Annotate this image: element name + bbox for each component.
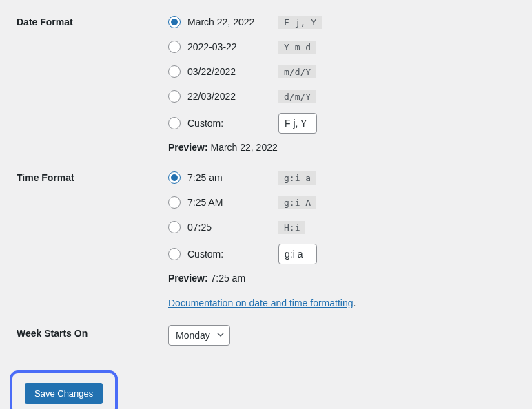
date-option-0: March 22, 2022 F j, Y [168, 14, 518, 30]
time-preview: Preview: 7:25 am [168, 273, 518, 284]
time-radio-label-0: 7:25 am [187, 172, 223, 183]
date-radio-label-3: 22/03/2022 [187, 91, 236, 102]
date-option-2: 03/22/2022 m/d/Y [168, 63, 518, 80]
date-format-field: March 22, 2022 F j, Y 2022-03-22 Y-m-d 0… [168, 14, 518, 153]
time-format-heading: Time Format [17, 169, 168, 183]
date-option-1: 2022-03-22 Y-m-d [168, 39, 518, 55]
time-option-0: 7:25 am g:i a [168, 169, 518, 186]
time-preview-value: 7:25 am [210, 273, 245, 284]
date-option-3: 22/03/2022 d/m/Y [168, 88, 518, 105]
doc-link[interactable]: Documentation on date and time formattin… [168, 297, 354, 308]
time-custom-input[interactable] [278, 244, 317, 264]
date-radio-label-2: 03/22/2022 [187, 66, 236, 77]
date-radio-custom[interactable] [168, 117, 181, 129]
date-custom-label: Custom: [187, 118, 223, 129]
date-option-custom: Custom: [168, 113, 518, 134]
date-radio-label-1: 2022-03-22 [187, 41, 237, 52]
time-radio-label-2: 07:25 [187, 222, 212, 233]
time-format-row: Time Format 7:25 am g:i a 7:25 AM g:i A [17, 169, 518, 308]
date-custom-input[interactable] [278, 113, 317, 134]
week-start-row: Week Starts On Monday [17, 325, 518, 346]
week-start-heading: Week Starts On [17, 325, 168, 339]
date-radio-label-0: March 22, 2022 [187, 17, 254, 28]
date-radio-2[interactable] [168, 65, 181, 78]
time-option-2: 07:25 H:i [168, 219, 518, 235]
time-option-custom: Custom: [168, 244, 518, 264]
time-radio-2[interactable] [168, 221, 181, 233]
date-code-2: m/d/Y [278, 65, 316, 78]
date-radio-3[interactable] [168, 90, 181, 103]
date-radio-0[interactable] [168, 16, 181, 28]
time-option-1: 7:25 AM g:i A [168, 194, 518, 211]
week-start-select[interactable]: Monday [168, 325, 230, 346]
date-preview-label: Preview: [168, 142, 208, 153]
time-radio-1[interactable] [168, 196, 181, 209]
save-button[interactable]: Save Changes [25, 383, 103, 404]
time-radio-custom[interactable] [168, 248, 181, 260]
time-custom-label: Custom: [187, 249, 223, 260]
save-highlight: Save Changes [10, 370, 118, 409]
date-format-heading: Date Format [17, 14, 168, 28]
date-format-row: Date Format March 22, 2022 F j, Y 2022-0… [17, 14, 518, 153]
time-preview-label: Preview: [168, 273, 208, 284]
date-code-3: d/m/Y [278, 90, 316, 103]
time-code-1: g:i A [278, 196, 316, 209]
time-radio-0[interactable] [168, 171, 181, 184]
date-preview: Preview: March 22, 2022 [168, 142, 518, 153]
time-code-0: g:i a [278, 171, 316, 185]
date-code-0: F j, Y [278, 16, 322, 29]
date-code-1: Y-m-d [278, 41, 316, 54]
date-preview-value: March 22, 2022 [210, 142, 277, 153]
time-radio-label-1: 7:25 AM [187, 197, 223, 208]
time-code-2: H:i [278, 221, 305, 234]
date-radio-1[interactable] [168, 41, 181, 53]
week-start-field: Monday [168, 325, 518, 346]
time-format-field: 7:25 am g:i a 7:25 AM g:i A 07:25 H:i [168, 169, 518, 308]
doc-link-period: . [354, 297, 356, 308]
